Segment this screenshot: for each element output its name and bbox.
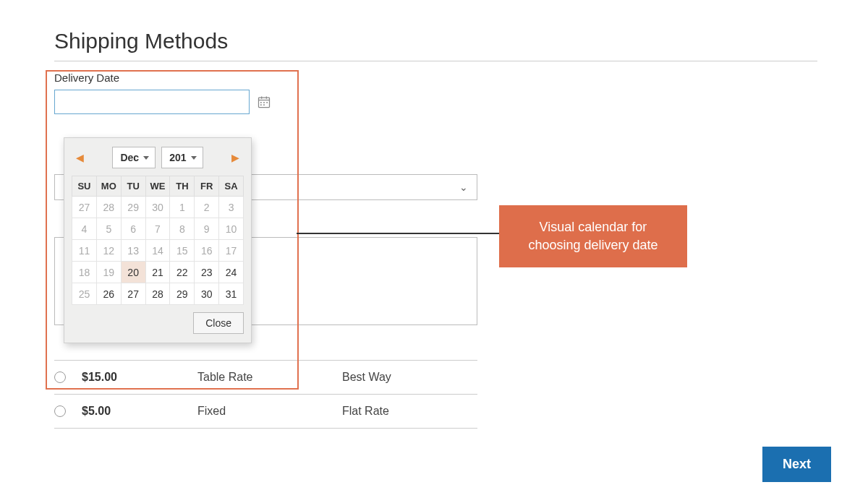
calendar-day-cell[interactable]: 11 <box>72 240 97 262</box>
calendar-day-cell[interactable]: 30 <box>195 283 219 305</box>
calendar-day-header: TU <box>121 176 145 197</box>
shipping-method-price: $15.00 <box>82 371 197 384</box>
year-select[interactable]: 201 <box>161 147 203 168</box>
shipping-method-row: $15.00Table RateBest Way <box>54 360 477 394</box>
svg-rect-8 <box>263 104 265 106</box>
delivery-date-label: Delivery Date <box>54 72 817 84</box>
calendar-day-cell[interactable]: 24 <box>219 262 244 283</box>
calendar-day-cell[interactable]: 10 <box>219 218 244 240</box>
calendar-day-cell[interactable]: 8 <box>170 218 195 240</box>
shipping-method-row: $5.00FixedFlat Rate <box>54 394 477 429</box>
calendar-day-cell[interactable]: 17 <box>219 240 244 262</box>
shipping-method-radio[interactable] <box>54 405 66 417</box>
calendar-day-cell[interactable]: 15 <box>170 240 195 262</box>
calendar-day-cell[interactable]: 28 <box>96 197 121 218</box>
calendar-day-cell[interactable]: 27 <box>121 283 145 305</box>
calendar-day-cell[interactable]: 31 <box>219 283 244 305</box>
calendar-day-cell[interactable]: 20 <box>121 262 145 283</box>
calendar-day-header: TH <box>170 176 195 197</box>
calendar-icon[interactable] <box>257 95 271 109</box>
calendar-day-cell[interactable]: 4 <box>72 218 97 240</box>
prev-month-arrow[interactable]: ◀ <box>73 152 87 163</box>
svg-rect-5 <box>263 102 265 103</box>
shipping-method-price: $5.00 <box>82 405 197 418</box>
calendar-day-cell[interactable]: 29 <box>121 197 145 218</box>
calendar-day-cell[interactable]: 12 <box>96 240 121 262</box>
shipping-method-carrier: Best Way <box>342 371 391 384</box>
year-select-value: 201 <box>169 152 186 163</box>
calendar-day-cell[interactable]: 7 <box>145 218 170 240</box>
annotation-callout: Visual calendar for choosing delivery da… <box>499 205 687 267</box>
calendar-day-cell[interactable]: 9 <box>195 218 219 240</box>
calendar-day-cell[interactable]: 3 <box>219 197 244 218</box>
calendar-day-header: SU <box>72 176 97 197</box>
next-month-arrow[interactable]: ▶ <box>229 152 242 163</box>
datepicker-popup: ◀ Dec 201 ▶ SUMOTUWETHFRSA 2728293012345… <box>64 137 252 343</box>
page-title: Shipping Methods <box>54 29 817 53</box>
month-select[interactable]: Dec <box>112 147 156 168</box>
delivery-date-input[interactable] <box>54 90 250 114</box>
shipping-method-radio[interactable] <box>54 371 66 383</box>
calendar-day-cell[interactable]: 22 <box>170 262 195 283</box>
calendar-day-cell[interactable]: 13 <box>121 240 145 262</box>
calendar-day-cell[interactable]: 14 <box>145 240 170 262</box>
calendar-day-header: FR <box>195 176 219 197</box>
calendar-day-cell[interactable]: 2 <box>195 197 219 218</box>
shipping-method-name: Table Rate <box>197 371 342 384</box>
calendar-day-header: MO <box>96 176 121 197</box>
shipping-method-carrier: Flat Rate <box>342 405 389 418</box>
annotation-connector-line <box>297 233 499 234</box>
calendar-grid: SUMOTUWETHFRSA 2728293012345678910111213… <box>72 176 244 305</box>
calendar-day-cell[interactable]: 18 <box>72 262 97 283</box>
calendar-day-header: WE <box>145 176 170 197</box>
calendar-day-cell[interactable]: 26 <box>96 283 121 305</box>
calendar-day-header: SA <box>219 176 244 197</box>
title-divider <box>54 61 817 61</box>
calendar-day-cell[interactable]: 5 <box>96 218 121 240</box>
next-button[interactable]: Next <box>762 447 831 482</box>
calendar-day-cell[interactable]: 21 <box>145 262 170 283</box>
calendar-day-cell[interactable]: 6 <box>121 218 145 240</box>
calendar-day-cell[interactable]: 29 <box>170 283 195 305</box>
svg-rect-4 <box>260 102 262 103</box>
chevron-down-icon: ⌄ <box>459 181 468 193</box>
calendar-day-cell[interactable]: 30 <box>145 197 170 218</box>
calendar-day-cell[interactable]: 16 <box>195 240 219 262</box>
month-select-value: Dec <box>120 152 139 163</box>
calendar-day-cell[interactable]: 1 <box>170 197 195 218</box>
calendar-day-cell[interactable]: 19 <box>96 262 121 283</box>
shipping-method-name: Fixed <box>197 405 342 418</box>
calendar-day-cell[interactable]: 25 <box>72 283 97 305</box>
svg-rect-7 <box>260 104 262 106</box>
calendar-day-cell[interactable]: 27 <box>72 197 97 218</box>
svg-rect-6 <box>266 102 268 103</box>
datepicker-close-button[interactable]: Close <box>193 312 244 334</box>
calendar-day-cell[interactable]: 23 <box>195 262 219 283</box>
calendar-day-cell[interactable]: 28 <box>145 283 170 305</box>
